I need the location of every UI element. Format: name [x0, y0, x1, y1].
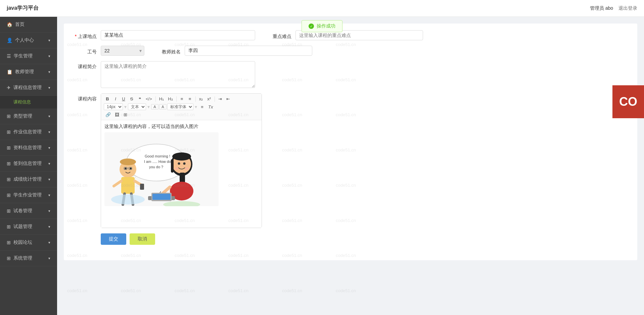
- chevron-down-icon-3: ▾: [48, 70, 50, 74]
- toolbar-row-2: 14px ▾ 文本 ▾ A A 标准字体 ▾: [104, 103, 259, 110]
- success-icon: ✓: [309, 24, 314, 29]
- outdent-button[interactable]: ⇤: [225, 96, 232, 102]
- sidebar-label-exam-mgmt: 试卷管理: [13, 208, 32, 214]
- question-icon: ⊞: [7, 224, 11, 229]
- logout-link[interactable]: 退出登录: [618, 5, 637, 11]
- indent-button[interactable]: ⇥: [217, 96, 224, 102]
- sidebar-label-score-mgmt: 成绩统计管理: [13, 176, 42, 182]
- chevron-down-icon-13: ▾: [48, 240, 50, 245]
- chevron-down-icon-8: ▾: [48, 162, 50, 166]
- sidebar-item-score-mgmt[interactable]: ⊞ 成绩统计管理 ▾: [0, 172, 57, 187]
- rich-text-editor: B I U S ❝ </> H₁ H₂ ≡ ≡: [101, 93, 262, 228]
- link-button[interactable]: 🔗: [104, 111, 112, 118]
- submit-button[interactable]: 提交: [101, 233, 126, 245]
- editor-toolbar: B I U S ❝ </> H₁ H₂ ≡ ≡: [101, 94, 262, 120]
- svg-point-33: [175, 168, 179, 170]
- course-icon: ✈: [7, 85, 11, 90]
- font-size-select[interactable]: 14px: [104, 103, 123, 110]
- align-button[interactable]: ≡: [198, 104, 206, 110]
- toolbar-row-3: 🔗 🖼 ⊞: [104, 111, 259, 118]
- layout: 🏠 首页 👤 个人中心 ▾ ☰ 学生管理 ▾ 📋 教师管理 ▾ ✈ 课程信息管理…: [0, 17, 644, 315]
- bold-button[interactable]: B: [104, 96, 111, 102]
- content-label: 课程内容: [74, 93, 101, 102]
- svg-point-31: [178, 163, 180, 165]
- highlight-button[interactable]: A: [159, 104, 167, 109]
- form-actions: 提交 取消: [101, 233, 627, 245]
- chevron-down-icon-4: ▾: [48, 86, 50, 90]
- forum-icon: ⊞: [7, 240, 11, 245]
- admin-label: 管理员 abo: [590, 5, 613, 11]
- sidebar-item-home[interactable]: 🏠 首页: [0, 17, 57, 33]
- employee-id-select-wrap: 22: [101, 46, 144, 56]
- chevron-down-icon-14: ▾: [48, 256, 50, 261]
- resource-icon: ⊞: [7, 145, 11, 150]
- sidebar-item-signin-mgmt[interactable]: ⊞ 签到信息管理 ▾: [0, 156, 57, 172]
- sidebar-item-resource-mgmt[interactable]: ⊞ 资料信息管理 ▾: [0, 140, 57, 156]
- editor-text: 这里输入课程的内容，还可以适当的插入图片: [104, 124, 258, 130]
- svg-point-32: [183, 163, 186, 165]
- toolbar-row-1: B I U S ❝ </> H₁ H₂ ≡ ≡: [104, 96, 259, 102]
- form-pair-difficulty: 重点难点: [269, 30, 423, 40]
- font-color-button[interactable]: A: [151, 104, 158, 109]
- sidebar-item-homework-mgmt[interactable]: ⊞ 作业信息管理 ▾: [0, 124, 57, 140]
- chevron-down-icon-5: ▾: [48, 114, 50, 119]
- sidebar-item-student-hw-mgmt[interactable]: ⊞ 学生作业管理 ▾: [0, 187, 57, 203]
- sidebar-item-course-info[interactable]: 课程信息: [0, 96, 57, 108]
- underline-button[interactable]: U: [120, 96, 127, 102]
- system-icon: ⊞: [7, 256, 11, 261]
- svg-text:Good morning !: Good morning !: [145, 154, 170, 158]
- summary-textarea[interactable]: [101, 61, 255, 88]
- svg-point-35: [111, 194, 145, 205]
- image-button[interactable]: 🖼: [113, 111, 121, 118]
- sidebar-item-student[interactable]: ☰ 学生管理 ▾: [0, 48, 57, 64]
- exam-icon: ⊞: [7, 208, 11, 214]
- sidebar-item-exam-mgmt[interactable]: ⊞ 试卷管理 ▾: [0, 203, 57, 219]
- code-button[interactable]: </>: [144, 96, 154, 102]
- chevron-down-icon-12: ▾: [48, 225, 50, 229]
- sidebar-item-teacher[interactable]: 📋 教师管理 ▾: [0, 64, 57, 80]
- italic-button[interactable]: I: [112, 96, 119, 102]
- h1-button[interactable]: H₁: [157, 96, 166, 102]
- svg-rect-22: [171, 159, 174, 173]
- editor-content-area[interactable]: 这里输入课程的内容，还可以适当的插入图片 Good morning ! I am…: [101, 120, 262, 228]
- table-button[interactable]: ⊞: [122, 111, 129, 118]
- summary-label: 课程简介: [74, 61, 101, 70]
- avatar: CO: [612, 85, 644, 118]
- svg-point-34: [185, 168, 189, 170]
- employee-id-select[interactable]: 22: [101, 46, 144, 56]
- cancel-button[interactable]: 取消: [130, 233, 155, 245]
- superscript-button[interactable]: x²: [205, 96, 213, 102]
- strikethrough-button[interactable]: S: [128, 96, 135, 102]
- form-row-summary: 课程简介: [74, 61, 627, 88]
- sidebar-item-forum[interactable]: ⊞ 校园论坛 ▾: [0, 235, 57, 251]
- signin-icon: ⊞: [7, 161, 11, 166]
- unordered-list-button[interactable]: ≡: [186, 96, 194, 102]
- difficulty-label: 重点难点: [269, 31, 295, 40]
- sidebar: 🏠 首页 👤 个人中心 ▾ ☰ 学生管理 ▾ 📋 教师管理 ▾ ✈ 课程信息管理…: [0, 17, 57, 315]
- separator-sel-2: ▾: [147, 104, 150, 109]
- svg-rect-8: [121, 177, 135, 194]
- separator-2: [176, 96, 177, 102]
- clear-format-button[interactable]: Tx: [206, 104, 215, 110]
- svg-rect-30: [152, 194, 171, 200]
- toast-message: 操作成功: [317, 23, 335, 29]
- text-type-select[interactable]: 文本: [128, 103, 146, 110]
- font-family-select[interactable]: 标准字体: [167, 103, 193, 110]
- blockquote-button[interactable]: ❝: [136, 96, 143, 102]
- sidebar-item-personal[interactable]: 👤 个人中心 ▾: [0, 33, 57, 48]
- svg-text:you do ?: you do ?: [149, 165, 163, 169]
- person-icon: 👤: [7, 38, 12, 43]
- sidebar-item-question-mgmt[interactable]: ⊞ 试题管理 ▾: [0, 219, 57, 235]
- sidebar-label-student: 学生管理: [14, 53, 33, 59]
- form-row-id-teacher: 工号 22 教师姓名: [74, 46, 627, 56]
- subscript-button[interactable]: x₂: [197, 96, 205, 102]
- sidebar-item-system-mgmt[interactable]: ⊞ 系统管理 ▾: [0, 251, 57, 266]
- svg-point-7: [120, 159, 136, 165]
- location-input[interactable]: [101, 30, 255, 40]
- h2-button[interactable]: H₂: [166, 96, 174, 102]
- sidebar-item-course-mgmt[interactable]: ✈ 课程信息管理 ▾: [0, 80, 57, 96]
- sidebar-item-type-mgmt[interactable]: ⊞ 类型管理 ▾: [0, 108, 57, 124]
- sidebar-label-home: 首页: [15, 21, 25, 28]
- teacher-name-input[interactable]: [185, 46, 312, 56]
- ordered-list-button[interactable]: ≡: [178, 96, 186, 102]
